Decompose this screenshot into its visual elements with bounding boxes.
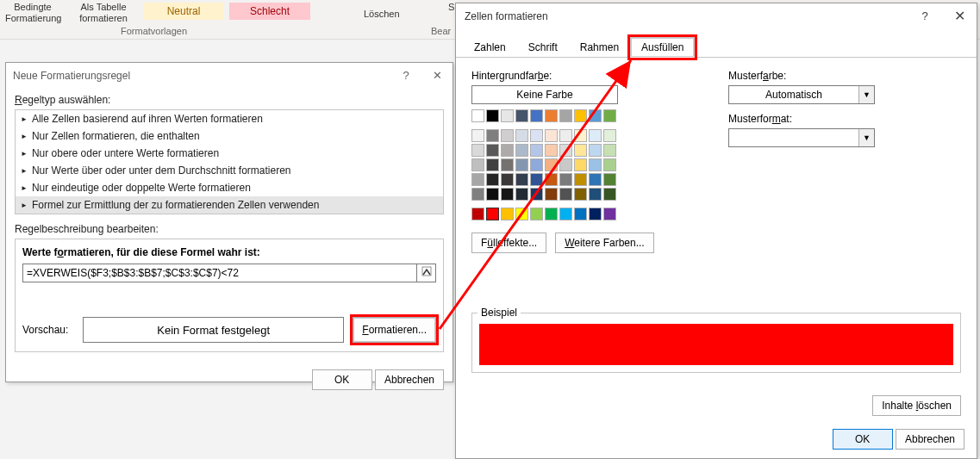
color-swatch[interactable] [574, 188, 587, 201]
more-colors-button[interactable]: Weitere Farben... [555, 233, 653, 253]
color-swatch[interactable] [545, 188, 558, 201]
color-swatch[interactable] [559, 144, 572, 157]
color-swatch[interactable] [501, 188, 514, 201]
no-color-button[interactable]: Keine Farbe [471, 85, 618, 104]
color-swatch[interactable] [515, 158, 528, 171]
color-swatch[interactable] [501, 173, 514, 186]
color-swatch[interactable] [559, 208, 572, 220]
color-swatch[interactable] [589, 144, 602, 157]
dlg2-cancel-button[interactable]: Abbrechen [896, 429, 964, 450]
color-swatch[interactable] [486, 158, 499, 171]
color-swatch[interactable] [530, 208, 543, 220]
dlg1-help-button[interactable]: ? [390, 63, 421, 89]
color-swatch[interactable] [559, 158, 572, 171]
color-swatch[interactable] [559, 109, 572, 122]
style-schlecht[interactable]: Schlecht [229, 3, 310, 20]
color-swatch[interactable] [589, 208, 602, 220]
fill-effects-button[interactable]: Fülleffekte... [471, 233, 546, 253]
color-swatch[interactable] [486, 129, 499, 142]
color-swatch[interactable] [515, 173, 528, 186]
color-swatch[interactable] [515, 208, 528, 220]
color-swatch[interactable] [515, 129, 528, 142]
color-swatch[interactable] [545, 173, 558, 186]
color-swatch[interactable] [574, 129, 587, 142]
color-swatch[interactable] [515, 144, 528, 157]
color-swatch[interactable] [515, 188, 528, 201]
color-swatch[interactable] [530, 158, 543, 171]
mustercolor-combo[interactable]: Automatisch ▼ [728, 85, 875, 104]
color-swatch[interactable] [603, 109, 616, 122]
color-swatch[interactable] [471, 173, 484, 186]
color-swatch[interactable] [603, 144, 616, 157]
ribbon-loeschen[interactable]: Löschen [364, 9, 400, 20]
format-button[interactable]: Formatieren... [353, 317, 436, 343]
color-swatch[interactable] [471, 129, 484, 142]
color-swatch[interactable] [559, 188, 572, 201]
color-swatch[interactable] [589, 129, 602, 142]
rule-option-1[interactable]: Nur Zellen formatieren, die enthalten [16, 127, 443, 145]
color-swatch[interactable] [589, 188, 602, 201]
dlg1-ok-button[interactable]: OK [312, 369, 372, 390]
color-swatch[interactable] [559, 129, 572, 142]
color-swatch[interactable] [471, 109, 484, 122]
rule-type-list[interactable]: Alle Zellen basierend auf ihren Werten f… [15, 109, 444, 214]
dlg2-help-button[interactable]: ? [908, 3, 942, 29]
clear-contents-button[interactable]: Inhalte löschen [872, 395, 961, 416]
color-swatch[interactable] [545, 144, 558, 157]
color-swatch[interactable] [589, 158, 602, 171]
color-swatch[interactable] [603, 158, 616, 171]
style-neutral[interactable]: Neutral [143, 3, 224, 20]
color-swatch[interactable] [471, 208, 484, 220]
ribbon-bedingte[interactable]: BedingteFormatierung [5, 2, 60, 24]
color-swatch[interactable] [486, 188, 499, 201]
color-swatch[interactable] [486, 109, 499, 122]
color-swatch[interactable] [501, 158, 514, 171]
color-swatch[interactable] [530, 173, 543, 186]
color-swatch[interactable] [471, 188, 484, 201]
color-swatch[interactable] [603, 188, 616, 201]
color-swatch[interactable] [574, 208, 587, 220]
color-swatch[interactable] [486, 144, 499, 157]
color-swatch[interactable] [530, 188, 543, 201]
tab-zahlen[interactable]: Zahlen [463, 37, 517, 58]
color-swatch[interactable] [559, 173, 572, 186]
color-swatch[interactable] [486, 173, 499, 186]
color-swatch[interactable] [574, 144, 587, 157]
color-swatch[interactable] [603, 208, 616, 220]
color-swatch[interactable] [574, 158, 587, 171]
rule-option-4[interactable]: Nur eindeutige oder doppelte Werte forma… [16, 179, 443, 196]
dlg1-cancel-button[interactable]: Abbrechen [375, 369, 444, 390]
color-swatch[interactable] [574, 109, 587, 122]
color-swatch[interactable] [589, 173, 602, 186]
musterformat-combo[interactable]: ▼ [728, 128, 875, 147]
color-swatch[interactable] [589, 109, 602, 122]
color-swatch[interactable] [545, 109, 558, 122]
tab-schrift[interactable]: Schrift [517, 37, 569, 58]
rule-option-3[interactable]: Nur Werte über oder unter dem Durchschni… [16, 162, 443, 179]
color-swatch[interactable] [501, 129, 514, 142]
dlg2-ok-button[interactable]: OK [833, 429, 893, 450]
color-swatch[interactable] [471, 158, 484, 171]
color-swatch[interactable] [530, 144, 543, 157]
formula-ref-button[interactable] [417, 264, 436, 282]
rule-option-5[interactable]: Formel zur Ermittlung der zu formatieren… [16, 196, 443, 214]
formula-input[interactable] [22, 264, 417, 282]
color-swatch[interactable] [501, 144, 514, 157]
color-swatch[interactable] [515, 109, 528, 122]
color-swatch[interactable] [530, 129, 543, 142]
tab-ausfuellen[interactable]: Ausfüllen [630, 37, 695, 58]
color-swatch[interactable] [545, 158, 558, 171]
rule-option-0[interactable]: Alle Zellen basierend auf ihren Werten f… [16, 110, 443, 127]
color-swatch[interactable] [603, 173, 616, 186]
color-swatch[interactable] [501, 208, 514, 220]
color-swatch[interactable] [603, 129, 616, 142]
dlg2-close-button[interactable]: ✕ [942, 3, 977, 29]
color-swatch[interactable] [530, 109, 543, 122]
ribbon-als-tabelle[interactable]: Als Tabelleformatieren [69, 2, 138, 24]
dlg1-close-button[interactable]: ✕ [421, 63, 453, 89]
color-swatch[interactable] [545, 129, 558, 142]
tab-rahmen[interactable]: Rahmen [569, 37, 630, 58]
color-swatch[interactable] [545, 208, 558, 220]
rule-option-2[interactable]: Nur obere oder untere Werte formatieren [16, 145, 443, 162]
color-swatch[interactable] [574, 173, 587, 186]
